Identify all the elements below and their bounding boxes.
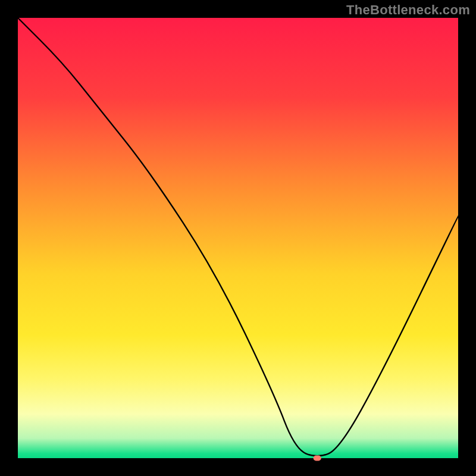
- chart-container: TheBottleneck.com: [0, 0, 476, 476]
- plot-area: [18, 18, 458, 458]
- optimal-marker: [314, 456, 321, 461]
- bottleneck-chart: [0, 0, 476, 476]
- watermark-label: TheBottleneck.com: [346, 2, 470, 18]
